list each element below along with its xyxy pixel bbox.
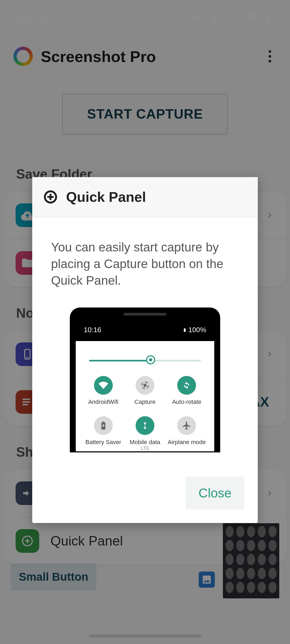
qs-tile-label: Airplane mode	[167, 439, 206, 446]
qs-tile-label: AndroidWifi	[84, 398, 123, 405]
quick-panel-dialog: Quick Panel You can easily start capture…	[32, 177, 258, 523]
qs-tile: AndroidWifi	[84, 376, 123, 405]
qs-tile-icon	[136, 376, 154, 395]
qs-tile-icon	[177, 376, 196, 395]
qs-tile-label: Auto-rotate	[167, 398, 206, 405]
close-button[interactable]: Close	[186, 477, 244, 510]
illus-battery: 100%	[189, 326, 206, 334]
qs-tile-label: Battery Saver	[84, 439, 123, 446]
qs-tile-icon	[94, 416, 113, 435]
qs-tile: Mobile dataLTE	[125, 416, 164, 451]
qs-tile-sublabel: LTE	[125, 446, 164, 451]
qs-tile: Auto-rotate	[167, 376, 206, 405]
add-circle-outline-icon	[43, 189, 58, 204]
illus-time: 10:16	[84, 326, 101, 334]
qs-tile-label: Capture	[125, 398, 164, 405]
qs-tile: Airplane mode	[167, 416, 206, 451]
dialog-illustration: 10:16 100% AndroidWifiCaptureAuto-rotate…	[70, 308, 220, 452]
dialog-description: You can easily start capture by placing …	[51, 239, 239, 289]
dialog-title: Quick Panel	[66, 189, 146, 205]
qs-tile-icon	[94, 376, 113, 395]
qs-tile-icon	[177, 416, 196, 435]
qs-tile-icon	[136, 416, 154, 435]
brightness-slider	[89, 354, 201, 365]
dialog-header: Quick Panel	[32, 177, 258, 217]
svg-point-8	[143, 384, 147, 387]
qs-tile: Capture	[125, 376, 164, 405]
qs-tile: Battery Saver	[84, 416, 123, 451]
qs-tile-label: Mobile data	[125, 439, 164, 446]
